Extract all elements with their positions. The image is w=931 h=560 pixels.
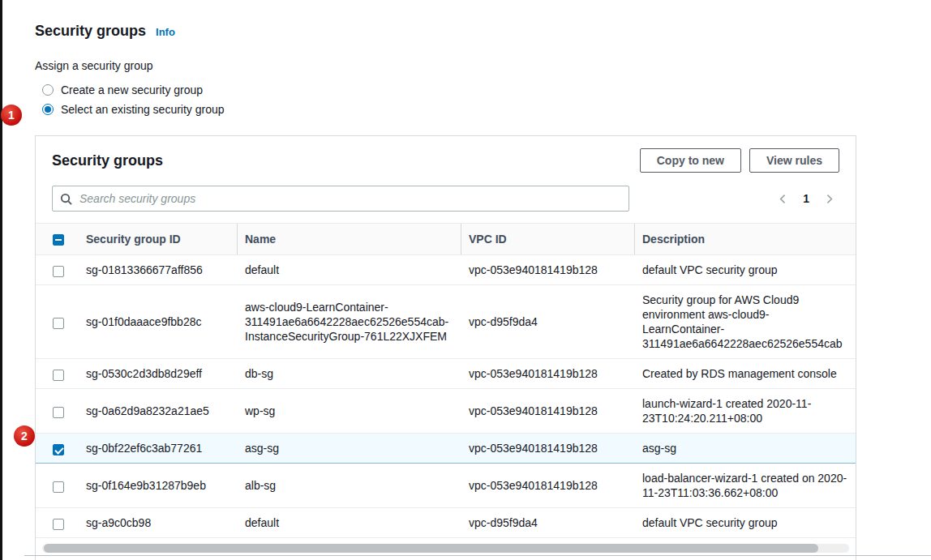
search-icon	[60, 193, 72, 205]
cell-description: Security group for AWS Cloud9 environmen…	[634, 285, 856, 359]
cell-security-group-id: sg-01f0daaace9fbb28c	[78, 285, 237, 359]
cell-name: db-sg	[237, 359, 461, 389]
annotation-step-2: 2	[14, 425, 35, 447]
checkbox-cell	[36, 434, 78, 464]
table-row[interactable]: sg-0f164e9b31287b9ebalb-sgvpc-053e940181…	[36, 464, 856, 508]
annotation-1-label: 1	[8, 109, 15, 122]
horizontal-scrollbar[interactable]	[42, 544, 849, 553]
row-checkbox[interactable]	[53, 318, 64, 329]
cell-vpc-id: vpc-053e940181419b128	[461, 389, 634, 434]
radio-group: Create a new security groupSelect an exi…	[35, 80, 856, 119]
row-checkbox[interactable]	[53, 444, 64, 455]
panel-actions: Copy to new View rules	[640, 148, 839, 173]
cell-name: alb-sg	[237, 464, 461, 508]
cell-description: asg-sg	[634, 434, 856, 464]
cell-description: default VPC security group	[634, 255, 856, 285]
cell-description: default VPC security group	[634, 508, 856, 538]
table-row[interactable]: sg-01f0daaace9fbb28caws-cloud9-LearnCont…	[36, 285, 856, 359]
column-header-vpc-id: VPC ID	[461, 224, 634, 255]
cell-name: aws-cloud9-LearnContainer-311491ae6a6642…	[237, 285, 461, 359]
cell-vpc-id: vpc-053e940181419b128	[461, 255, 634, 285]
left-edge-line	[0, 0, 2, 560]
checkbox-cell	[36, 389, 78, 434]
copy-to-new-button[interactable]: Copy to new	[640, 148, 741, 173]
row-checkbox[interactable]	[53, 266, 64, 277]
search-box[interactable]	[52, 186, 629, 212]
row-checkbox[interactable]	[53, 519, 64, 530]
cell-description: load-balancer-wizard-1 created on 2020-1…	[634, 464, 856, 508]
cell-description: launch-wizard-1 created 2020-11-23T10:24…	[634, 389, 856, 434]
radio-selected-icon[interactable]	[42, 104, 54, 115]
table-row[interactable]: sg-a9c0cb98defaultvpc-d95f9da4default VP…	[36, 508, 856, 538]
checkbox-cell	[36, 285, 78, 359]
cell-name: wp-sg	[237, 389, 461, 434]
radio-unselected-icon[interactable]	[42, 84, 54, 96]
cell-vpc-id: vpc-053e940181419b128	[461, 359, 634, 389]
cell-security-group-id: sg-0f164e9b31287b9eb	[78, 464, 237, 508]
cell-name: default	[237, 255, 461, 285]
pagination: 1	[778, 192, 839, 205]
search-input[interactable]	[78, 191, 621, 206]
column-header-security-group-id: Security group ID	[78, 224, 237, 255]
pagination-prev-icon[interactable]	[778, 194, 788, 204]
cell-security-group-id: sg-01813366677aff856	[78, 255, 237, 285]
next-section-divider	[24, 555, 931, 556]
select-all-header-cell	[36, 224, 78, 255]
table-row[interactable]: sg-0a62d9a8232a21ae5wp-sgvpc-053e9401814…	[36, 389, 856, 434]
table-toolbar: 1	[36, 177, 856, 223]
checkbox-cell	[36, 508, 78, 538]
cell-vpc-id: vpc-053e940181419b128	[461, 434, 634, 464]
checkbox-cell	[36, 255, 78, 285]
table-row[interactable]: sg-0530c2d3db8d29effdb-sgvpc-053e9401814…	[36, 359, 856, 389]
main-content: Security groups Info Assign a security g…	[0, 0, 931, 560]
column-header-name: Name	[237, 224, 461, 255]
annotation-2-label: 2	[21, 430, 28, 442]
cell-security-group-id: sg-0530c2d3db8d29eff	[78, 359, 237, 389]
select-all-checkbox[interactable]	[53, 234, 64, 246]
page-title: Security groups	[35, 23, 146, 40]
row-checkbox[interactable]	[53, 481, 64, 493]
radio-option-create-a-new-security-group[interactable]: Create a new security group	[35, 80, 856, 100]
assign-security-group-section: Assign a security group Create a new sec…	[35, 59, 856, 119]
security-groups-page: Security groups Info Assign a security g…	[0, 0, 931, 560]
pagination-page-1[interactable]: 1	[803, 192, 809, 205]
pagination-next-icon[interactable]	[824, 194, 834, 204]
checkbox-cell	[36, 359, 78, 389]
cell-security-group-id: sg-a9c0cb98	[78, 508, 237, 538]
cell-name: asg-sg	[237, 434, 461, 464]
page-header: Security groups Info	[35, 23, 856, 40]
info-link[interactable]: Info	[156, 26, 175, 38]
row-checkbox[interactable]	[53, 370, 64, 381]
cell-vpc-id: vpc-053e940181419b128	[461, 464, 634, 508]
radio-option-select-an-existing-security-group[interactable]: Select an existing security group	[35, 100, 856, 119]
view-rules-button[interactable]: View rules	[749, 148, 839, 173]
cell-vpc-id: vpc-d95f9da4	[461, 285, 634, 359]
assign-security-group-label: Assign a security group	[35, 59, 856, 72]
radio-label: Select an existing security group	[61, 103, 225, 116]
security-groups-table: Security group IDNameVPC IDDescription s…	[36, 223, 856, 538]
panel-title: Security groups	[52, 152, 163, 169]
annotation-step-1: 1	[1, 105, 22, 126]
row-checkbox[interactable]	[53, 407, 64, 418]
column-header-description: Description	[634, 224, 856, 255]
radio-label: Create a new security group	[61, 83, 203, 96]
cell-security-group-id: sg-0bf22ef6c3ab77261	[78, 434, 237, 464]
table-row[interactable]: sg-01813366677aff856defaultvpc-053e94018…	[36, 255, 856, 285]
security-groups-panel: Security groups Copy to new View rules	[35, 135, 856, 560]
cell-security-group-id: sg-0a62d9a8232a21ae5	[78, 389, 237, 434]
scrollbar-thumb[interactable]	[44, 544, 818, 553]
cell-description: Created by RDS management console	[634, 359, 856, 389]
checkbox-cell	[36, 464, 78, 508]
panel-header: Security groups Copy to new View rules	[36, 136, 856, 177]
cell-name: default	[237, 508, 461, 538]
table-row[interactable]: sg-0bf22ef6c3ab77261asg-sgvpc-053e940181…	[36, 434, 856, 464]
table-header-row: Security group IDNameVPC IDDescription	[36, 224, 856, 255]
cell-vpc-id: vpc-d95f9da4	[461, 508, 634, 538]
